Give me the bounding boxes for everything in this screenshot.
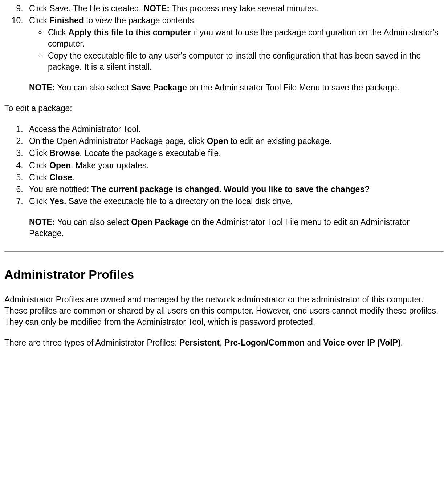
types-t2: , — [220, 338, 224, 347]
edit-step-7: Click Yes. Save the executable file to a… — [25, 196, 444, 239]
edit-step-4-b: Open — [49, 161, 71, 170]
step-9-note-label: NOTE: — [143, 4, 170, 13]
types-b1: Persistent — [179, 338, 220, 347]
step-10-sublist: Click Apply this file to this computer i… — [29, 27, 444, 73]
step-10-note-label: NOTE: — [29, 83, 55, 92]
step-10-note: NOTE: You can also select Save Package o… — [29, 82, 444, 93]
edit-step-4: Click Open. Make your updates. — [25, 160, 444, 171]
step-10-bold: Finished — [49, 16, 84, 25]
edit-step-5-b: Close — [49, 173, 72, 182]
edit-step-7-note-b1: Open Package — [131, 217, 189, 227]
step-10-sub1-bold: Apply this file to this computer — [68, 28, 191, 37]
step-10-note-b1: Save Package — [131, 83, 187, 92]
edit-step-2: On the Open Administrator Package page, … — [25, 136, 444, 147]
admin-profiles-desc: Administrator Profiles are owned and man… — [4, 294, 444, 328]
step-10-note-t1: You can also select — [55, 83, 131, 92]
step-9-note-text: This process may take several minutes. — [170, 4, 318, 13]
edit-package-steps: Access the Administrator Tool. On the Op… — [4, 124, 444, 239]
edit-step-7-note: NOTE: You can also select Open Package o… — [29, 217, 444, 239]
create-package-steps: Click Save. The file is created. NOTE: T… — [4, 3, 444, 93]
edit-step-7-post: Save the executable file to a directory … — [66, 197, 293, 206]
edit-package-heading: To edit a package: — [4, 103, 444, 114]
edit-step-2-b: Open — [207, 136, 228, 146]
step-10-pre: Click — [29, 16, 49, 25]
edit-step-2-pre: On the Open Administrator Package page, … — [29, 136, 207, 146]
step-10-post: to view the package contents. — [84, 16, 196, 25]
edit-step-7-note-label: NOTE: — [29, 217, 55, 227]
edit-step-1: Access the Administrator Tool. — [25, 124, 444, 135]
types-b2: Pre-Logon/Common — [224, 338, 305, 347]
step-9-text-pre: Click Save. The file is created. — [29, 4, 143, 13]
types-b3: Voice over IP (VoIP) — [323, 338, 400, 347]
edit-step-7-note-t1: You can also select — [55, 217, 131, 227]
admin-profiles-types: There are three types of Administrator P… — [4, 337, 444, 348]
edit-step-7-pre: Click — [29, 197, 49, 206]
section-divider — [4, 251, 444, 252]
edit-step-4-pre: Click — [29, 161, 49, 170]
edit-step-3: Click Browse. Locate the package's execu… — [25, 148, 444, 159]
admin-profiles-heading: Administrator Profiles — [4, 266, 444, 283]
edit-step-5: Click Close. — [25, 172, 444, 183]
edit-step-3-pre: Click — [29, 148, 49, 158]
edit-step-6-b: The current package is changed. Would yo… — [91, 185, 370, 194]
edit-step-6-pre: You are notified: — [29, 185, 91, 194]
step-10-sub1-pre: Click — [48, 28, 68, 37]
types-t3: and — [305, 338, 323, 347]
step-9: Click Save. The file is created. NOTE: T… — [25, 3, 444, 14]
types-t4: . — [401, 338, 403, 347]
edit-step-4-post: . Make your updates. — [71, 161, 149, 170]
edit-step-3-post: . Locate the package's executable file. — [80, 148, 221, 158]
edit-step-5-pre: Click — [29, 173, 49, 182]
step-10-sub2: Copy the executable file to any user's c… — [46, 50, 444, 73]
step-10-sub1: Click Apply this file to this computer i… — [46, 27, 444, 49]
types-t1: There are three types of Administrator P… — [4, 338, 179, 347]
step-10: Click Finished to view the package conte… — [25, 15, 444, 93]
edit-step-2-post: to edit an existing package. — [228, 136, 331, 146]
edit-step-5-post: . — [72, 173, 74, 182]
edit-step-3-b: Browse — [49, 148, 80, 158]
edit-step-6: You are notified: The current package is… — [25, 184, 444, 195]
step-10-note-t2: on the Administrator Tool File Menu to s… — [187, 83, 399, 92]
edit-step-7-b: Yes. — [49, 197, 66, 206]
